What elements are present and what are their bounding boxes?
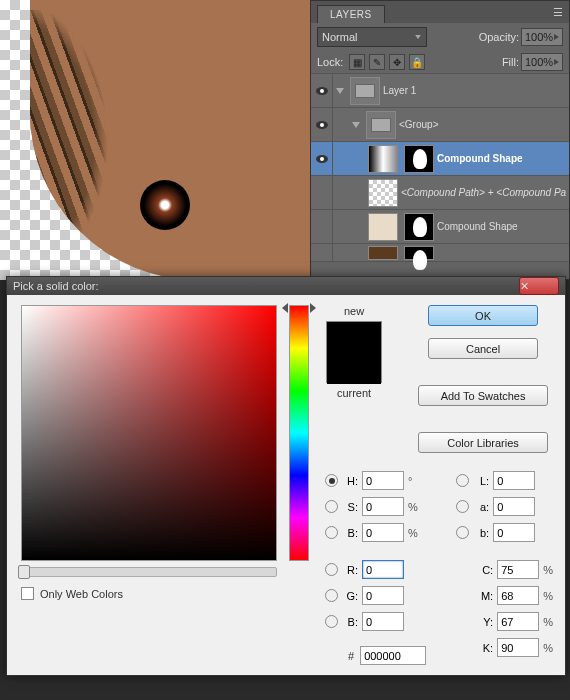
web-colors-checkbox[interactable] xyxy=(21,587,34,600)
b-hsb-input[interactable] xyxy=(362,523,404,542)
layer-thumb[interactable] xyxy=(368,213,398,241)
hue-marker-icon xyxy=(310,303,316,313)
hue-marker-icon xyxy=(282,303,288,313)
mask-thumb[interactable] xyxy=(404,145,434,173)
layer-row[interactable]: Layer 1 xyxy=(311,74,569,108)
color-field[interactable] xyxy=(21,305,277,561)
lock-transparent-icon[interactable]: ▦ xyxy=(349,54,365,70)
field-label: C: xyxy=(477,564,493,576)
l-radio[interactable] xyxy=(456,474,469,487)
new-color-swatch xyxy=(327,322,381,353)
tab-layers[interactable]: LAYERS xyxy=(317,5,385,23)
arrow-icon xyxy=(554,59,559,65)
s-radio[interactable] xyxy=(325,500,338,513)
k-input[interactable] xyxy=(497,638,539,657)
hex-label: # xyxy=(348,650,354,662)
b-lab-input[interactable] xyxy=(493,523,535,542)
l-input[interactable] xyxy=(493,471,535,490)
field-label: G: xyxy=(342,590,358,602)
c-input[interactable] xyxy=(497,560,539,579)
unit-label: % xyxy=(408,501,422,513)
blend-row: Normal Opacity: 100% xyxy=(311,23,569,51)
folder-thumb xyxy=(350,77,380,105)
chevron-down-icon xyxy=(415,35,421,39)
panel-tab-bar: LAYERS ☰ xyxy=(311,1,569,23)
s-input[interactable] xyxy=(362,497,404,516)
a-radio[interactable] xyxy=(456,500,469,513)
slider-track[interactable] xyxy=(21,567,277,577)
lock-paint-icon[interactable]: ✎ xyxy=(369,54,385,70)
unit-label: % xyxy=(543,564,557,576)
b-rgb-input[interactable] xyxy=(362,612,404,631)
a-input[interactable] xyxy=(493,497,535,516)
field-label: L: xyxy=(473,475,489,487)
close-icon: ✕ xyxy=(520,281,558,292)
layer-list: Layer 1 <Group> Compound Shape <Compound… xyxy=(311,74,569,279)
fill-input[interactable]: 100% xyxy=(521,53,563,71)
close-button[interactable]: ✕ xyxy=(519,277,559,295)
layer-row[interactable]: <Compound Path> + <Compound Pa xyxy=(311,176,569,210)
slider-thumb[interactable] xyxy=(18,565,30,579)
field-label: K: xyxy=(477,642,493,654)
web-colors-label: Only Web Colors xyxy=(40,588,123,600)
field-label: B: xyxy=(342,527,358,539)
layer-row[interactable]: Compound Shape xyxy=(311,210,569,244)
h-radio[interactable] xyxy=(325,474,338,487)
disclosure-icon[interactable] xyxy=(336,88,344,94)
hue-slider[interactable] xyxy=(289,305,309,561)
layer-row[interactable]: Compound Shape xyxy=(311,142,569,176)
field-label: Y: xyxy=(477,616,493,628)
unit-label: % xyxy=(543,590,557,602)
blend-mode-value: Normal xyxy=(322,31,357,43)
new-label: new xyxy=(344,305,364,317)
h-input[interactable] xyxy=(362,471,404,490)
opacity-input[interactable]: 100% xyxy=(521,28,563,46)
arrow-icon xyxy=(554,34,559,40)
visibility-icon[interactable] xyxy=(316,121,328,129)
mask-thumb[interactable] xyxy=(404,246,434,260)
b-hsb-radio[interactable] xyxy=(325,526,338,539)
layer-name: <Group> xyxy=(399,119,569,130)
color-libraries-button[interactable]: Color Libraries xyxy=(418,432,548,453)
color-preview xyxy=(326,321,382,383)
unit-label: % xyxy=(408,527,422,539)
fill-value: 100% xyxy=(525,56,553,68)
layer-row[interactable] xyxy=(311,244,569,262)
layer-name: Compound Shape xyxy=(437,221,569,232)
field-label: B: xyxy=(342,616,358,628)
fill-label: Fill: xyxy=(502,56,519,68)
hex-input[interactable] xyxy=(360,646,426,665)
panel-menu-icon[interactable]: ☰ xyxy=(547,1,569,23)
b-rgb-radio[interactable] xyxy=(325,615,338,628)
r-radio[interactable] xyxy=(325,563,338,576)
field-label: a: xyxy=(473,501,489,513)
dialog-titlebar[interactable]: Pick a solid color: ✕ xyxy=(7,277,565,295)
visibility-icon[interactable] xyxy=(316,155,328,163)
opacity-value: 100% xyxy=(525,31,553,43)
lock-all-icon[interactable]: 🔒 xyxy=(409,54,425,70)
ok-button[interactable]: OK xyxy=(428,305,538,326)
layer-thumb[interactable] xyxy=(368,179,398,207)
g-input[interactable] xyxy=(362,586,404,605)
layer-row[interactable]: <Group> xyxy=(311,108,569,142)
disclosure-icon[interactable] xyxy=(352,122,360,128)
lock-row: Lock: ▦ ✎ ✥ 🔒 Fill: 100% xyxy=(311,51,569,74)
layer-thumb[interactable] xyxy=(368,246,398,260)
visibility-icon[interactable] xyxy=(316,87,328,95)
mask-thumb[interactable] xyxy=(404,213,434,241)
y-input[interactable] xyxy=(497,612,539,631)
opacity-label: Opacity: xyxy=(479,31,519,43)
blend-mode-select[interactable]: Normal xyxy=(317,27,427,47)
canvas[interactable] xyxy=(0,0,310,280)
layer-thumb[interactable] xyxy=(368,145,398,173)
r-input[interactable] xyxy=(362,560,404,579)
m-input[interactable] xyxy=(497,586,539,605)
field-label: R: xyxy=(342,564,358,576)
add-swatches-button[interactable]: Add To Swatches xyxy=(418,385,548,406)
unit-label: % xyxy=(543,616,557,628)
current-label: current xyxy=(337,387,371,399)
b-lab-radio[interactable] xyxy=(456,526,469,539)
cancel-button[interactable]: Cancel xyxy=(428,338,538,359)
lock-position-icon[interactable]: ✥ xyxy=(389,54,405,70)
g-radio[interactable] xyxy=(325,589,338,602)
